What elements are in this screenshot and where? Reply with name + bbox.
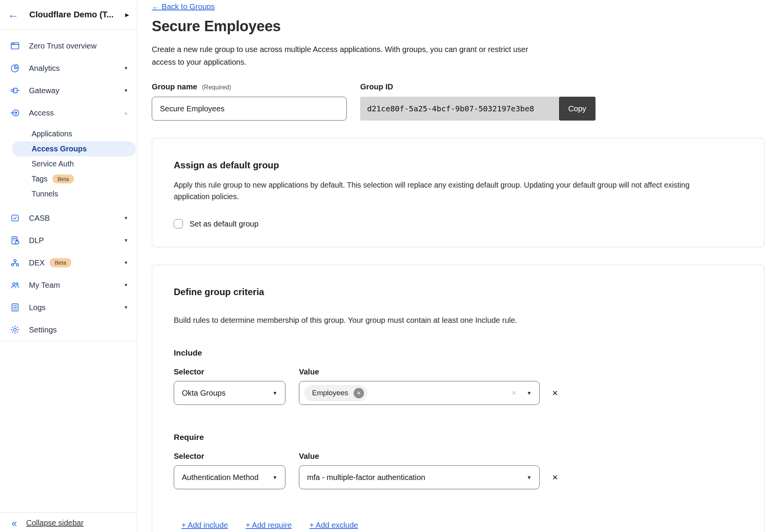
team-icon: [10, 280, 20, 290]
expand-caret-icon[interactable]: ▶: [125, 12, 129, 18]
chevron-down-icon: ▼: [527, 390, 532, 396]
set-default-group-label: Set as default group: [190, 220, 258, 228]
collapse-chevrons-icon: «: [12, 519, 17, 528]
sidebar-item-gateway[interactable]: Gateway ▼: [0, 79, 137, 102]
include-value-dropdown[interactable]: Employees ✕ ✕ ▼: [299, 381, 540, 405]
sidebar-item-analytics[interactable]: Analytics ▼: [0, 57, 137, 79]
sidebar-header: ← Cloudflare Demo (T... ▶: [0, 0, 137, 30]
access-submenu: Applications Access Groups Service Auth …: [0, 126, 137, 201]
chip-remove-icon[interactable]: ✕: [354, 388, 364, 398]
copy-button[interactable]: Copy: [559, 97, 596, 121]
include-selector-value: Okta Groups: [182, 389, 225, 398]
chevron-down-icon: ▼: [124, 238, 128, 243]
main-content: ← Back to Groups Secure Employees Create…: [137, 0, 770, 532]
include-selector-dropdown[interactable]: Okta Groups ▼: [174, 381, 285, 405]
sidebar-item-label: Settings: [29, 326, 57, 334]
group-name-field-block: Group name (Required): [152, 82, 347, 121]
sidebar-item-access-groups[interactable]: Access Groups: [12, 141, 136, 156]
chevron-down-icon: ▼: [272, 475, 277, 480]
page-description: Create a new rule group to use across mu…: [152, 43, 529, 69]
sidebar-item-label: Logs: [29, 303, 45, 312]
include-heading: Include: [174, 348, 743, 357]
chevron-down-icon: ▼: [124, 215, 128, 221]
sidebar-item-access[interactable]: Access ▲: [0, 102, 137, 124]
group-id-value: d21ce80f-5a25-4bcf-9b07-5032197e3be8: [360, 97, 559, 121]
sidebar-item-applications[interactable]: Applications: [0, 126, 137, 141]
sidebar-item-casb[interactable]: CASB ▼: [0, 207, 137, 229]
group-name-input[interactable]: [152, 97, 347, 121]
sidebar-item-dex[interactable]: DEX Beta ▼: [0, 252, 137, 274]
sidebar-item-service-auth[interactable]: Service Auth: [0, 156, 137, 171]
chevron-down-icon: ▼: [527, 475, 532, 480]
define-group-criteria-card: Define group criteria Build rules to det…: [152, 265, 765, 532]
set-default-group-row: Set as default group: [174, 219, 743, 228]
default-card-description: Apply this rule group to new application…: [174, 179, 721, 202]
require-rule-row: Authentication Method ▼ mfa - multiple-f…: [174, 465, 743, 489]
network-nodes-icon: [10, 258, 20, 268]
require-selector-value: Authentication Method: [182, 473, 258, 482]
add-exclude-link[interactable]: + Add exclude: [309, 521, 358, 530]
access-icon: [10, 108, 20, 118]
sidebar-item-label: Analytics: [29, 64, 60, 73]
sidebar-item-label: DLP: [29, 236, 44, 245]
chevron-down-icon: ▼: [124, 305, 128, 310]
gear-icon: [10, 325, 20, 335]
require-value-label: Value: [299, 452, 319, 461]
sidebar-item-my-team[interactable]: My Team ▼: [0, 274, 137, 296]
require-labels: Selector Value: [174, 452, 743, 461]
remove-include-rule-icon[interactable]: ✕: [552, 389, 558, 398]
pie-chart-icon: [10, 63, 20, 73]
include-rule-row: Okta Groups ▼ Employees ✕ ✕ ▼ ✕: [174, 381, 743, 405]
sidebar-item-label: Access Groups: [32, 144, 87, 153]
sidebar-item-label: Service Auth: [32, 159, 74, 168]
sidebar-nav: Zero Trust overview Analytics ▼ Gateway …: [0, 30, 137, 341]
sidebar-item-label: Tunnels: [32, 190, 58, 198]
collapse-sidebar-button[interactable]: « Collapse sidebar: [0, 512, 137, 532]
include-selector-label: Selector: [174, 368, 285, 376]
require-value-text: mfa - multiple-factor authentication: [307, 473, 425, 482]
sidebar-item-label: My Team: [29, 281, 60, 290]
required-hint: (Required): [202, 84, 231, 91]
include-labels: Selector Value: [174, 368, 743, 376]
require-heading: Require: [174, 433, 743, 442]
assign-default-group-card: Assign as default group Apply this rule …: [152, 138, 765, 247]
sidebar-item-dlp[interactable]: DLP ▼: [0, 229, 137, 252]
require-value-dropdown[interactable]: mfa - multiple-factor authentication ▼: [299, 465, 540, 489]
sidebar-item-settings[interactable]: Settings: [0, 319, 137, 341]
group-identity-row: Group name (Required) Group ID d21ce80f-…: [152, 82, 765, 121]
add-include-link[interactable]: + Add include: [181, 521, 228, 530]
remove-require-rule-icon[interactable]: ✕: [552, 473, 558, 482]
include-value-label: Value: [299, 368, 319, 376]
add-require-link[interactable]: + Add require: [246, 521, 292, 530]
sidebar-item-tunnels[interactable]: Tunnels: [0, 186, 137, 201]
beta-badge: Beta: [50, 258, 71, 267]
back-to-groups-link[interactable]: ← Back to Groups: [152, 2, 215, 11]
sidebar-item-logs[interactable]: Logs ▼: [0, 296, 137, 319]
chevron-down-icon: ▼: [124, 282, 128, 288]
page-title: Secure Employees: [152, 18, 765, 35]
sidebar-item-tags[interactable]: Tags Beta: [0, 171, 137, 186]
sidebar-item-label: Zero Trust overview: [29, 42, 97, 50]
criteria-card-title: Define group criteria: [174, 287, 743, 297]
chevron-down-icon: ▼: [124, 260, 128, 265]
casb-shield-check-icon: [10, 213, 20, 223]
value-chip: Employees ✕: [304, 385, 367, 401]
sidebar-item-label: Access: [29, 109, 54, 117]
sidebar-item-zero-trust-overview[interactable]: Zero Trust overview: [0, 35, 137, 57]
require-selector-dropdown[interactable]: Authentication Method ▼: [174, 465, 285, 489]
account-title: Cloudflare Demo (T...: [29, 10, 122, 20]
sidebar-item-label: Gateway: [29, 86, 59, 95]
group-name-label: Group name: [152, 82, 197, 91]
browser-window-icon: [10, 41, 20, 51]
default-card-title: Assign as default group: [174, 160, 743, 171]
group-id-label: Group ID: [360, 82, 596, 91]
document-lock-icon: [10, 235, 20, 245]
group-id-field-block: Group ID d21ce80f-5a25-4bcf-9b07-5032197…: [360, 82, 596, 121]
collapse-sidebar-label: Collapse sidebar: [26, 519, 84, 527]
back-arrow-icon[interactable]: ←: [8, 9, 21, 20]
chevron-down-icon: ▼: [124, 88, 128, 93]
set-default-group-checkbox[interactable]: [174, 219, 183, 228]
clear-value-icon[interactable]: ✕: [511, 389, 517, 397]
chevron-up-icon: ▲: [124, 110, 128, 116]
sidebar-item-label: Tags: [32, 175, 47, 183]
